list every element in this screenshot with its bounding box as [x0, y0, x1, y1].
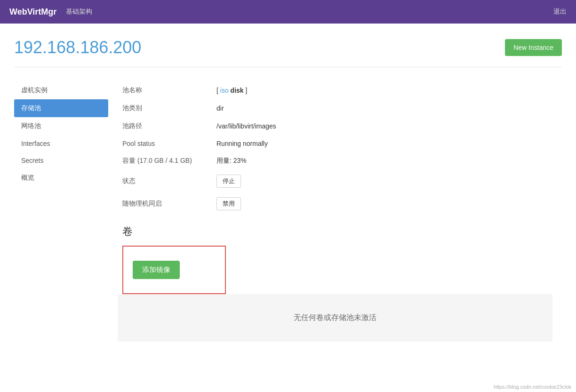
- pool-type-value: dir: [216, 99, 548, 117]
- navbar-logout[interactable]: 退出: [553, 8, 567, 16]
- page-title: 192.168.186.200: [14, 38, 141, 57]
- navbar-infra-link[interactable]: 基础架构: [66, 8, 92, 16]
- navbar-brand: WebVirtMgr: [9, 7, 56, 17]
- content-area: 虚机实例 存储池 网络池 Interfaces Secrets 概览 池名称 […: [14, 77, 562, 346]
- capacity-value: 用量: 23%: [216, 152, 548, 170]
- pool-path-row: 池路径 /var/lib/libvirt/images: [122, 117, 548, 135]
- sidebar-item-storage[interactable]: 存储池: [14, 99, 108, 117]
- empty-state: 无任何卷或存储池未激活: [118, 294, 552, 342]
- navbar: WebVirtMgr 基础架构 退出: [0, 0, 576, 24]
- sidebar-item-overview[interactable]: 概览: [14, 169, 108, 187]
- autostart-label: 随物理机同启: [122, 192, 216, 215]
- pool-name-label: 池名称: [122, 81, 216, 99]
- capacity-label: 容量 (17.0 GB / 4.1 GB): [122, 152, 216, 170]
- pool-status-value: Running normally: [216, 135, 548, 152]
- pool-status-label: Pool status: [122, 135, 216, 152]
- add-image-button[interactable]: 添加镜像: [133, 261, 180, 279]
- tag-iso: iso: [220, 87, 229, 94]
- capacity-row: 容量 (17.0 GB / 4.1 GB) 用量: 23%: [122, 152, 548, 170]
- sidebar: 虚机实例 存储池 网络池 Interfaces Secrets 概览: [14, 77, 108, 346]
- detail-panel: 池名称 [ iso disk ] 池类别 dir: [108, 77, 562, 346]
- pool-name-row: 池名称 [ iso disk ]: [122, 81, 548, 99]
- autostart-row: 随物理机同启 禁用: [122, 192, 548, 215]
- state-row: 状态 停止: [122, 170, 548, 192]
- sidebar-item-vms[interactable]: 虚机实例: [14, 81, 108, 99]
- pool-path-value: /var/lib/libvirt/images: [216, 117, 548, 135]
- pool-path-label: 池路径: [122, 117, 216, 135]
- new-instance-button[interactable]: New Instance: [505, 39, 562, 56]
- main-container: 192.168.186.200 New Instance 虚机实例 存储池 网络…: [0, 24, 576, 346]
- tag-disk: disk: [231, 87, 244, 94]
- navbar-left: WebVirtMgr 基础架构: [9, 7, 92, 17]
- sidebar-item-network[interactable]: 网络池: [14, 117, 108, 135]
- volume-box: 添加镜像: [122, 246, 226, 294]
- disable-button[interactable]: 禁用: [216, 197, 241, 210]
- stop-button[interactable]: 停止: [216, 175, 241, 188]
- pool-type-row: 池类别 dir: [122, 99, 548, 117]
- sidebar-item-interfaces[interactable]: Interfaces: [14, 135, 108, 152]
- pool-type-label: 池类别: [122, 99, 216, 117]
- autostart-action: 禁用: [216, 192, 548, 215]
- tag-close: ]: [245, 87, 247, 94]
- pool-name-value: [ iso disk ]: [216, 81, 548, 99]
- tag-open: [: [216, 87, 218, 94]
- pool-status-row: Pool status Running normally: [122, 135, 548, 152]
- section-title-volumes: 卷: [122, 224, 548, 239]
- state-action: 停止: [216, 170, 548, 192]
- info-table: 池名称 [ iso disk ] 池类别 dir: [122, 81, 548, 215]
- header-row: 192.168.186.200 New Instance: [14, 38, 562, 67]
- state-label: 状态: [122, 170, 216, 192]
- sidebar-item-secrets[interactable]: Secrets: [14, 152, 108, 169]
